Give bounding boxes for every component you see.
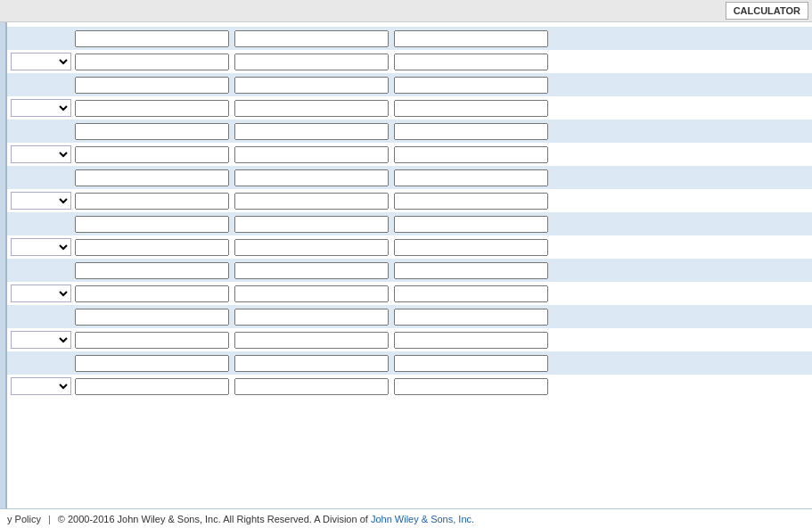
input-r5c2[interactable] <box>75 123 229 140</box>
input-r13c2[interactable] <box>75 309 229 326</box>
col4-cell <box>394 332 550 349</box>
input-r9c4[interactable] <box>394 216 548 233</box>
row-select-10[interactable] <box>11 238 71 256</box>
col2-cell <box>75 355 231 372</box>
row-select-2[interactable] <box>11 53 71 70</box>
calculator-button[interactable]: CALCULATOR <box>726 2 808 20</box>
input-r6c2[interactable] <box>75 146 229 163</box>
input-r2c2[interactable] <box>75 54 229 70</box>
input-r6c3[interactable] <box>234 146 389 163</box>
row-select-12[interactable] <box>11 285 71 302</box>
row-select-6[interactable] <box>11 145 71 163</box>
input-r7c3[interactable] <box>234 169 389 186</box>
main-content <box>0 22 812 508</box>
col3-cell <box>234 100 390 117</box>
input-r16c3[interactable] <box>234 378 389 395</box>
select-cell <box>11 192 71 210</box>
input-r3c2[interactable] <box>75 77 229 94</box>
col3-cell <box>234 123 390 140</box>
col4-cell <box>394 100 550 117</box>
input-r16c4[interactable] <box>394 378 548 395</box>
input-r7c4[interactable] <box>394 169 548 186</box>
table-row <box>7 259 812 282</box>
table-row <box>7 282 812 305</box>
select-cell <box>11 53 71 70</box>
col2-cell <box>75 146 231 163</box>
footer-copyright: © 2000-2016 John Wiley & Sons, Inc. All … <box>58 514 368 524</box>
col2-cell <box>75 54 231 70</box>
input-r5c4[interactable] <box>394 123 548 140</box>
col3-cell <box>234 239 390 256</box>
input-r4c2[interactable] <box>75 100 229 117</box>
footer-company-link[interactable]: John Wiley & Sons, Inc. <box>371 514 474 524</box>
input-r10c3[interactable] <box>234 239 389 256</box>
col2-cell <box>75 193 231 210</box>
table-row <box>7 351 812 375</box>
input-r15c2[interactable] <box>75 355 229 372</box>
col2-cell <box>75 100 231 117</box>
row-select-14[interactable] <box>11 331 71 349</box>
col2-cell <box>75 216 231 233</box>
col3-cell <box>234 332 390 349</box>
col3-cell <box>234 262 390 279</box>
input-r9c3[interactable] <box>234 216 389 233</box>
input-r4c4[interactable] <box>394 100 548 117</box>
input-r8c3[interactable] <box>234 193 389 210</box>
input-r2c3[interactable] <box>234 54 389 70</box>
input-r10c2[interactable] <box>75 239 229 256</box>
input-r2c4[interactable] <box>394 54 548 70</box>
col4-cell <box>394 262 550 279</box>
input-r9c2[interactable] <box>75 216 229 233</box>
input-r12c4[interactable] <box>394 285 548 302</box>
input-r3c4[interactable] <box>394 77 548 94</box>
input-r11c3[interactable] <box>234 262 389 279</box>
input-r14c4[interactable] <box>394 332 548 349</box>
input-r6c4[interactable] <box>394 146 548 163</box>
table-row <box>7 328 812 351</box>
col4-cell <box>394 239 550 256</box>
footer-policy: y Policy <box>7 514 41 524</box>
input-r8c2[interactable] <box>75 193 229 210</box>
col2-cell <box>75 30 231 47</box>
col4-cell <box>394 378 550 395</box>
input-r15c4[interactable] <box>394 355 548 372</box>
input-r13c3[interactable] <box>234 309 389 326</box>
table-row <box>7 27 812 50</box>
col4-cell <box>394 77 550 94</box>
input-r4c3[interactable] <box>234 100 389 117</box>
input-r16c2[interactable] <box>75 378 229 395</box>
col4-cell <box>394 30 550 47</box>
table-row <box>7 375 812 398</box>
table-area <box>7 22 812 508</box>
input-r14c2[interactable] <box>75 332 229 349</box>
col3-cell <box>234 309 390 326</box>
input-r5c3[interactable] <box>234 123 389 140</box>
input-r13c4[interactable] <box>394 309 548 326</box>
input-r14c3[interactable] <box>234 332 389 349</box>
select-cell <box>11 285 71 302</box>
row-select-16[interactable] <box>11 377 71 395</box>
col2-cell <box>75 239 231 256</box>
input-r11c2[interactable] <box>75 262 229 279</box>
input-r1c4[interactable] <box>394 30 548 47</box>
col3-cell <box>234 54 390 70</box>
input-r10c4[interactable] <box>394 239 548 256</box>
input-r12c3[interactable] <box>234 285 389 302</box>
input-r12c2[interactable] <box>75 285 229 302</box>
input-r1c3[interactable] <box>234 30 389 47</box>
select-cell <box>11 238 71 256</box>
input-r7c2[interactable] <box>75 169 229 186</box>
col4-cell <box>394 216 550 233</box>
input-r8c4[interactable] <box>394 193 548 210</box>
top-bar: CALCULATOR <box>0 0 812 22</box>
input-r15c3[interactable] <box>234 355 389 372</box>
row-select-8[interactable] <box>11 192 71 210</box>
col4-cell <box>394 54 550 70</box>
input-r3c3[interactable] <box>234 77 389 94</box>
row-select-4[interactable] <box>11 99 71 117</box>
input-r11c4[interactable] <box>394 262 548 279</box>
col2-cell <box>75 285 231 302</box>
input-r1c2[interactable] <box>75 30 229 47</box>
table-row <box>7 73 812 96</box>
col4-cell <box>394 355 550 372</box>
